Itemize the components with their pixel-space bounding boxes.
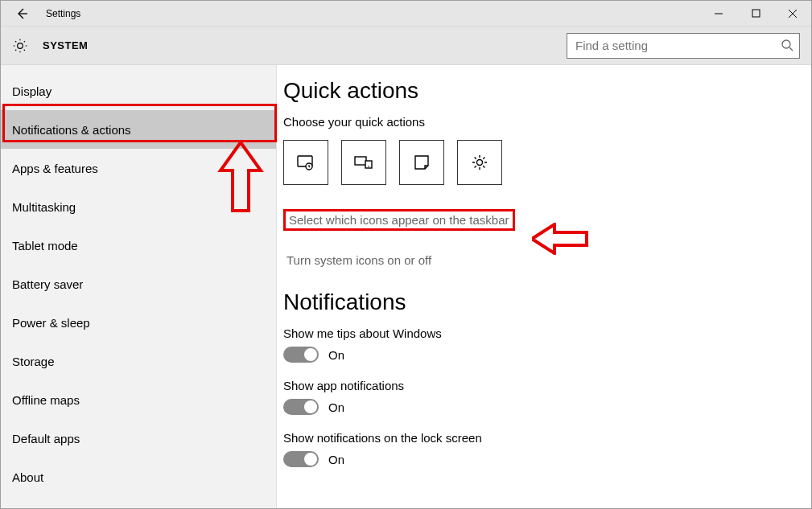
toggle-app-notifications[interactable] (283, 399, 319, 415)
sidebar-item-tablet-mode[interactable]: Tablet mode (1, 226, 276, 265)
quick-action-connect[interactable] (341, 140, 386, 185)
search-input[interactable] (567, 33, 800, 59)
sidebar-item-display[interactable]: Display (1, 72, 276, 110)
setting-label-tips: Show me tips about Windows (283, 326, 811, 340)
content: Quick actions Choose your quick actions … (277, 65, 811, 508)
sidebar-item-label: Notifications & actions (12, 123, 131, 137)
sidebar-item-label: About (12, 470, 43, 484)
sidebar-item-power-sleep[interactable]: Power & sleep (1, 303, 276, 342)
setting-label-lockscreen: Show notifications on the lock screen (283, 431, 811, 445)
sidebar-item-label: Power & sleep (12, 316, 90, 330)
sidebar-item-offline-maps[interactable]: Offline maps (1, 380, 276, 419)
maximize-button[interactable] (737, 1, 774, 27)
sidebar-item-label: Tablet mode (12, 239, 78, 252)
sidebar-item-label: Battery saver (12, 277, 83, 291)
titlebar: Settings (1, 1, 811, 27)
sidebar-item-label: Apps & features (12, 162, 98, 175)
quick-actions-subtext: Choose your quick actions (283, 115, 811, 129)
section-heading-quick-actions: Quick actions (283, 78, 811, 104)
maximize-icon (752, 9, 760, 18)
minimize-icon (714, 9, 723, 18)
gear-icon (470, 153, 489, 172)
header: SYSTEM (1, 27, 811, 65)
page-title: SYSTEM (43, 39, 88, 51)
toggle-tips[interactable] (283, 347, 319, 363)
setting-label-app-notifications: Show app notifications (283, 379, 811, 392)
tablet-icon (295, 152, 316, 173)
toggle-lockscreen[interactable] (283, 451, 319, 467)
sidebar-item-apps-features[interactable]: Apps & features (1, 149, 276, 187)
sidebar-item-default-apps[interactable]: Default apps (1, 419, 276, 458)
close-button[interactable] (774, 1, 811, 27)
sidebar-item-about[interactable]: About (1, 458, 276, 496)
svg-rect-4 (355, 157, 366, 165)
link-turn-system-icons[interactable]: Turn system icons on or off (283, 252, 811, 269)
quick-action-tablet-mode[interactable] (283, 140, 328, 185)
body: Display Notifications & actions Apps & f… (1, 65, 811, 508)
toggle-state-lockscreen: On (328, 453, 344, 466)
close-icon (788, 9, 798, 18)
quick-action-note[interactable] (399, 140, 444, 185)
note-icon (412, 153, 431, 172)
search-box[interactable] (567, 33, 800, 59)
sidebar-item-battery-saver[interactable]: Battery saver (1, 265, 276, 303)
quick-actions-row (283, 140, 811, 185)
section-heading-notifications: Notifications (283, 289, 811, 315)
search-icon (781, 39, 793, 51)
sidebar-item-multitasking[interactable]: Multitasking (1, 187, 276, 226)
sidebar-item-label: Multitasking (12, 200, 76, 214)
sidebar-item-label: Default apps (12, 432, 80, 445)
link-select-taskbar-icons[interactable]: Select which icons appear on the taskbar (283, 209, 515, 231)
arrow-left-icon (15, 7, 28, 20)
minimize-button[interactable] (700, 1, 737, 27)
sidebar: Display Notifications & actions Apps & f… (1, 65, 277, 508)
toggle-state-app-notifications: On (328, 400, 344, 414)
svg-point-6 (368, 166, 369, 167)
svg-rect-0 (752, 10, 760, 17)
sidebar-item-label: Storage (12, 355, 55, 368)
sidebar-item-notifications-actions[interactable]: Notifications & actions (1, 110, 276, 149)
toggle-state-tips: On (328, 348, 344, 362)
quick-action-settings[interactable] (457, 140, 502, 185)
settings-window: Settings SYSTEM Display (0, 0, 812, 509)
gear-icon (12, 38, 28, 54)
back-button[interactable] (9, 1, 35, 27)
window-title: Settings (46, 8, 80, 19)
sidebar-item-label: Display (12, 84, 52, 98)
sidebar-item-label: Offline maps (12, 393, 80, 407)
connect-icon (353, 152, 374, 173)
svg-point-1 (782, 40, 790, 48)
svg-point-7 (477, 160, 483, 166)
sidebar-item-storage[interactable]: Storage (1, 342, 276, 380)
